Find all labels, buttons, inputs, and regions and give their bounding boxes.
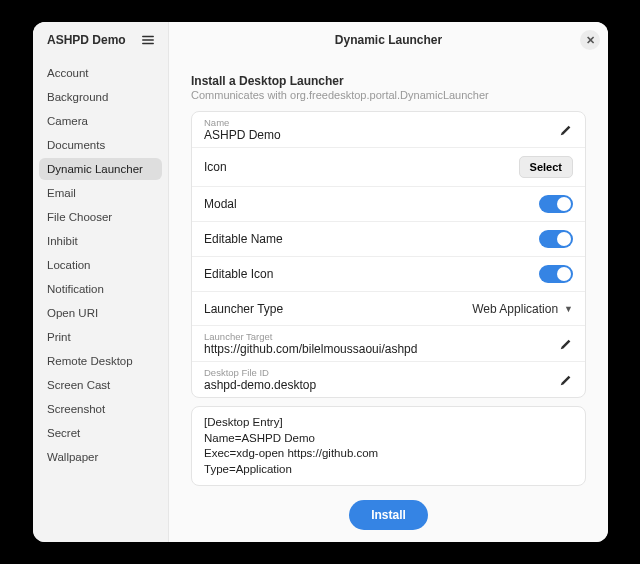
sidebar-item-label: Screenshot bbox=[47, 403, 105, 415]
launcher-target-value: https://github.com/bilelmoussaoui/ashpd bbox=[204, 342, 559, 356]
desktop-file-id-label: Desktop File ID bbox=[204, 367, 559, 378]
modal-toggle[interactable] bbox=[539, 195, 573, 213]
editable-icon-label: Editable Icon bbox=[204, 267, 539, 281]
sidebar-item-label: Background bbox=[47, 91, 108, 103]
launcher-type-label: Launcher Type bbox=[204, 302, 472, 316]
sidebar-item-dynamic-launcher[interactable]: Dynamic Launcher bbox=[39, 158, 162, 180]
modal-label: Modal bbox=[204, 197, 539, 211]
close-button[interactable]: ✕ bbox=[580, 30, 600, 50]
sidebar-item-remote-desktop[interactable]: Remote Desktop bbox=[39, 350, 162, 372]
sidebar-item-location[interactable]: Location bbox=[39, 254, 162, 276]
edit-name-button[interactable] bbox=[559, 123, 573, 137]
sidebar-item-background[interactable]: Background bbox=[39, 86, 162, 108]
icon-field-label: Icon bbox=[204, 160, 519, 174]
launcher-type-row[interactable]: Launcher Type Web Application ▼ bbox=[192, 292, 585, 326]
sidebar-item-label: Dynamic Launcher bbox=[47, 163, 143, 175]
launcher-target-row[interactable]: Launcher Target https://github.com/bilel… bbox=[192, 326, 585, 362]
desktop-entry-textarea[interactable]: [Desktop Entry] Name=ASHPD Demo Exec=xdg… bbox=[191, 406, 586, 486]
install-button[interactable]: Install bbox=[349, 500, 428, 530]
name-row[interactable]: Name ASHPD Demo bbox=[192, 112, 585, 148]
close-icon: ✕ bbox=[586, 34, 595, 47]
sidebar-item-secret[interactable]: Secret bbox=[39, 422, 162, 444]
name-field-label: Name bbox=[204, 117, 559, 128]
hamburger-icon bbox=[141, 33, 155, 47]
editable-name-label: Editable Name bbox=[204, 232, 539, 246]
launcher-type-value: Web Application bbox=[472, 302, 558, 316]
sidebar-item-label: Print bbox=[47, 331, 71, 343]
sidebar-item-screenshot[interactable]: Screenshot bbox=[39, 398, 162, 420]
sidebar-item-file-chooser[interactable]: File Chooser bbox=[39, 206, 162, 228]
editable-name-toggle[interactable] bbox=[539, 230, 573, 248]
sidebar-item-label: Secret bbox=[47, 427, 80, 439]
launcher-target-label: Launcher Target bbox=[204, 331, 559, 342]
sidebar-item-label: Documents bbox=[47, 139, 105, 151]
chevron-down-icon: ▼ bbox=[564, 304, 573, 314]
edit-desktop-file-id-button[interactable] bbox=[559, 373, 573, 387]
sidebar-header: ASHPD Demo bbox=[33, 22, 168, 58]
sidebar-item-label: Location bbox=[47, 259, 90, 271]
sidebar-item-screen-cast[interactable]: Screen Cast bbox=[39, 374, 162, 396]
content: Install a Desktop Launcher Communicates … bbox=[169, 58, 608, 542]
menu-button[interactable] bbox=[136, 28, 160, 52]
sidebar-item-label: Notification bbox=[47, 283, 104, 295]
icon-row: Icon Select bbox=[192, 148, 585, 187]
app-title: ASHPD Demo bbox=[47, 33, 126, 47]
sidebar-item-notification[interactable]: Notification bbox=[39, 278, 162, 300]
sidebar-item-documents[interactable]: Documents bbox=[39, 134, 162, 156]
sidebar-item-inhibit[interactable]: Inhibit bbox=[39, 230, 162, 252]
sidebar-item-print[interactable]: Print bbox=[39, 326, 162, 348]
sidebar: ASHPD Demo AccountBackgroundCameraDocume… bbox=[33, 22, 169, 542]
app-window: ASHPD Demo AccountBackgroundCameraDocume… bbox=[33, 22, 608, 542]
sidebar-item-label: Account bbox=[47, 67, 89, 79]
pencil-icon bbox=[559, 373, 573, 387]
page-title: Dynamic Launcher bbox=[335, 33, 442, 47]
editable-name-row: Editable Name bbox=[192, 222, 585, 257]
modal-row: Modal bbox=[192, 187, 585, 222]
desktop-file-id-value: ashpd-demo.desktop bbox=[204, 378, 559, 392]
sidebar-item-wallpaper[interactable]: Wallpaper bbox=[39, 446, 162, 468]
sidebar-item-label: Inhibit bbox=[47, 235, 78, 247]
sidebar-item-account[interactable]: Account bbox=[39, 62, 162, 84]
editable-icon-row: Editable Icon bbox=[192, 257, 585, 292]
sidebar-item-label: Wallpaper bbox=[47, 451, 98, 463]
pencil-icon bbox=[559, 337, 573, 351]
main-area: Dynamic Launcher ✕ Install a Desktop Lau… bbox=[169, 22, 608, 542]
sidebar-item-camera[interactable]: Camera bbox=[39, 110, 162, 132]
sidebar-item-label: Email bbox=[47, 187, 76, 199]
sidebar-list: AccountBackgroundCameraDocumentsDynamic … bbox=[33, 58, 168, 542]
sidebar-item-open-uri[interactable]: Open URI bbox=[39, 302, 162, 324]
install-row: Install bbox=[191, 500, 586, 530]
sidebar-item-label: Camera bbox=[47, 115, 88, 127]
pencil-icon bbox=[559, 123, 573, 137]
sidebar-item-label: Screen Cast bbox=[47, 379, 110, 391]
icon-select-button[interactable]: Select bbox=[519, 156, 573, 178]
editable-icon-toggle[interactable] bbox=[539, 265, 573, 283]
desktop-file-id-row[interactable]: Desktop File ID ashpd-demo.desktop bbox=[192, 362, 585, 397]
edit-launcher-target-button[interactable] bbox=[559, 337, 573, 351]
sidebar-item-email[interactable]: Email bbox=[39, 182, 162, 204]
form-card: Name ASHPD Demo Icon Select Modal bbox=[191, 111, 586, 398]
sidebar-item-label: File Chooser bbox=[47, 211, 112, 223]
sidebar-item-label: Remote Desktop bbox=[47, 355, 133, 367]
section-title: Install a Desktop Launcher bbox=[191, 74, 586, 88]
main-header: Dynamic Launcher ✕ bbox=[169, 22, 608, 58]
section-subtitle: Communicates with org.freedesktop.portal… bbox=[191, 89, 586, 101]
name-field-value: ASHPD Demo bbox=[204, 128, 559, 142]
sidebar-item-label: Open URI bbox=[47, 307, 98, 319]
